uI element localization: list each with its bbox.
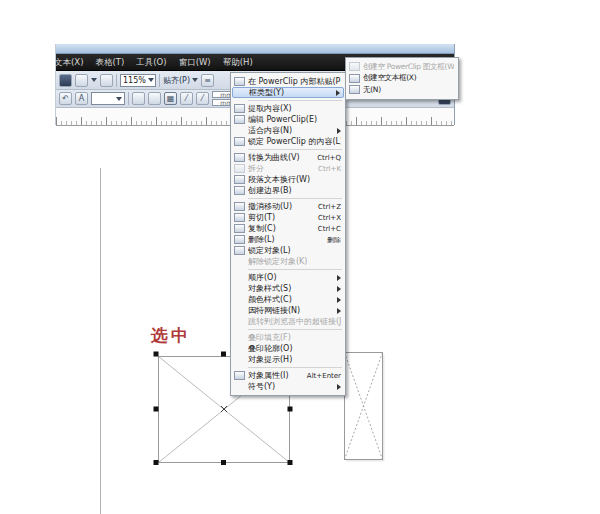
text-frame-icon xyxy=(349,74,360,83)
mirror-horizontal-icon[interactable] xyxy=(132,92,145,105)
delete-icon xyxy=(234,235,245,244)
menu-item-label: 适合内容(N) xyxy=(248,125,335,136)
menuitem-undo-move[interactable]: 撤消移动(U)Ctrl+Z xyxy=(232,201,344,212)
menuitem-delete[interactable]: 删除(L)删除 xyxy=(232,234,344,245)
lock-contents-icon xyxy=(234,137,245,146)
break-apart-icon xyxy=(234,164,245,173)
property-combo[interactable] xyxy=(91,92,125,105)
menu-item-label: 叠印轮廓(O) xyxy=(248,343,341,354)
menu-item-label: 对象样式(S) xyxy=(248,283,335,294)
menu-item-label: 对象属性(I) xyxy=(248,370,304,381)
menuitem-edit-powerclip[interactable]: 编辑 PowerClip(E) xyxy=(232,114,344,125)
screenshot-stage: { "window": { "menu_bar": { "items": [ {… xyxy=(0,0,600,514)
import-icon[interactable] xyxy=(59,74,72,87)
menuitem-paste-into-powerclip[interactable]: 在 PowerClip 内部粘贴(P)... xyxy=(232,76,344,87)
menu-separator xyxy=(248,100,342,101)
rotate-icon[interactable]: ↶ xyxy=(59,92,72,105)
menu-icon-spacer xyxy=(234,295,245,304)
wrap-text-icon xyxy=(234,175,245,184)
menuitem-cut[interactable]: 剪切(T)Ctrl+X xyxy=(232,212,344,223)
menu-text[interactable]: 文本(X) xyxy=(56,54,89,70)
menuitem-wrap-paragraph-text[interactable]: 段落文本换行(W) xyxy=(232,174,344,185)
undo-icon xyxy=(234,202,245,211)
menuitem-unlock-object: 解除锁定对象(K) xyxy=(232,256,344,267)
paste-icon xyxy=(234,77,245,86)
snap-dropdown[interactable]: 贴齐(P) xyxy=(163,75,198,86)
menu-item-label: 符号(Y) xyxy=(248,381,335,392)
copy-icon xyxy=(234,224,245,233)
menu-separator xyxy=(248,198,342,199)
submenu-arrow-icon xyxy=(337,286,341,292)
corner-icon[interactable]: ⁄ xyxy=(196,92,209,105)
empty-powerclip-frame-right[interactable] xyxy=(345,353,385,462)
menu-item-shortcut: Ctrl+K xyxy=(318,165,341,173)
zoom-level-combo[interactable]: 115% xyxy=(120,74,156,87)
submenu-arrow-icon xyxy=(336,90,340,96)
menu-item-label: 因特网链接(N) xyxy=(248,305,335,316)
menu-icon-spacer xyxy=(234,126,245,135)
toolbar-caret-icon[interactable] xyxy=(91,78,97,82)
frame-grid-icon[interactable]: ▦ xyxy=(164,92,177,105)
menu-item-label: 颜色样式(C) xyxy=(248,294,335,305)
menuitem-lock-powerclip-contents[interactable]: 锁定 PowerClip 的内容(L) xyxy=(232,136,344,147)
snap-label: 贴齐(P) xyxy=(163,75,190,86)
cut-icon xyxy=(234,213,245,222)
skew-icon[interactable]: ⁄ xyxy=(180,92,193,105)
boundary-icon xyxy=(234,186,245,195)
powerclip-frame-icon xyxy=(349,62,360,71)
menuitem-frame-type[interactable]: 框类型(Y) xyxy=(232,87,344,98)
submenu-arrow-icon xyxy=(337,297,341,303)
menu-separator xyxy=(248,269,342,270)
menu-item-label: 剪切(T) xyxy=(248,212,315,223)
menu-icon-spacer xyxy=(234,333,245,342)
menuitem-copy[interactable]: 复制(C)Ctrl+C xyxy=(232,223,344,234)
application-launcher-icon[interactable] xyxy=(100,74,113,87)
menu-item-label: 框类型(Y) xyxy=(249,87,334,98)
submenu-arrow-icon xyxy=(337,308,341,314)
menu-item-shortcut: Alt+Enter xyxy=(307,372,341,380)
menu-icon-spacer xyxy=(234,306,245,315)
menuitem-create-boundary[interactable]: 创建边界(B) xyxy=(232,185,344,196)
menu-window[interactable]: 窗口(W) xyxy=(173,54,217,70)
menu-icon-spacer xyxy=(234,317,245,326)
canvas-text-object[interactable]: 选中 xyxy=(151,324,191,347)
chevron-down-icon xyxy=(148,78,154,82)
zoom-level-value: 115% xyxy=(123,76,146,85)
menu-tools[interactable]: 工具(O) xyxy=(130,54,172,70)
menuitem-color-styles[interactable]: 颜色样式(C) xyxy=(232,294,344,305)
menuitem-create-empty-text-frame[interactable]: 创建空文本框(X) xyxy=(347,73,457,85)
menu-item-label: 删除(L) xyxy=(248,234,324,245)
text-style-icon[interactable]: A xyxy=(75,92,88,105)
mirror-vertical-icon[interactable] xyxy=(148,92,161,105)
menu-table[interactable]: 表格(T) xyxy=(89,54,130,70)
menuitem-overprint-outline[interactable]: 叠印轮廓(O) xyxy=(232,343,344,354)
menu-item-shortcut: Ctrl+Z xyxy=(318,203,341,211)
menu-item-label: 撤消移动(U) xyxy=(248,201,315,212)
menu-item-shortcut: Ctrl+Q xyxy=(317,154,341,162)
menuitem-symbol[interactable]: 符号(Y) xyxy=(232,381,344,392)
menuitem-create-empty-powerclip-frame: 创建空 PowerClip 图文框(W) xyxy=(347,61,457,73)
menuitem-order[interactable]: 顺序(O) xyxy=(232,272,344,283)
menu-icon-spacer xyxy=(234,284,245,293)
menu-help[interactable]: 帮助(H) xyxy=(217,54,259,70)
menuitem-object-properties[interactable]: 对象属性(I)Alt+Enter xyxy=(232,370,344,381)
menu-icon-spacer xyxy=(235,88,246,97)
menu-item-label: 创建空 PowerClip 图文框(W) xyxy=(363,62,454,72)
menuitem-extract-contents[interactable]: 提取内容(X) xyxy=(232,103,344,114)
menuitem-fit-contents[interactable]: 适合内容(N) xyxy=(232,125,344,136)
menu-item-label: 跳转到浏览器中的超链接(J) xyxy=(248,316,341,327)
menu-item-label: 在 PowerClip 内部粘贴(P)... xyxy=(248,76,341,87)
menu-separator xyxy=(248,367,342,368)
menu-icon-spacer xyxy=(234,273,245,282)
menuitem-internet-links[interactable]: 因特网链接(N) xyxy=(232,305,344,316)
menuitem-object-hinting[interactable]: 对象提示(H) xyxy=(232,354,344,365)
menu-item-shortcut: Ctrl+X xyxy=(318,214,341,222)
menuitem-object-styles[interactable]: 对象样式(S) xyxy=(232,283,344,294)
extract-contents-icon xyxy=(234,104,245,113)
options-icon[interactable]: ≡ xyxy=(201,74,214,87)
export-icon[interactable] xyxy=(75,74,88,87)
context-menu: 在 PowerClip 内部粘贴(P)...框类型(Y)提取内容(X)编辑 Po… xyxy=(230,72,346,396)
menuitem-lock-object[interactable]: 锁定对象(L) xyxy=(232,245,344,256)
menuitem-convert-to-curves[interactable]: 转换为曲线(V)Ctrl+Q xyxy=(232,152,344,163)
menuitem-none-frame-type[interactable]: 无(N) xyxy=(347,84,457,96)
